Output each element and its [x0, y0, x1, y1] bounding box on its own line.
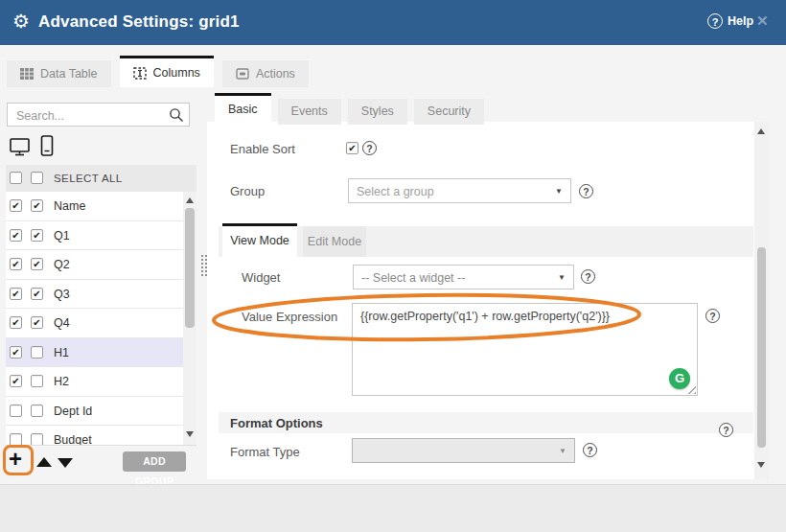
scroll-up-icon[interactable]: [757, 128, 765, 134]
select-all-label: SELECT ALL: [54, 173, 123, 184]
tab-columns[interactable]: Columns: [120, 56, 214, 87]
group-select[interactable]: Select a group ▼: [348, 178, 571, 203]
enable-sort-label: Enable Sort: [230, 142, 295, 156]
move-down-button[interactable]: [58, 458, 73, 468]
caret-down-icon: ▼: [558, 273, 566, 282]
value-expression-input[interactable]: {{row.getProperty('q1') + row.getPropert…: [352, 303, 698, 396]
column-row-name[interactable]: ✔✔Name: [6, 192, 196, 221]
device-column-header: [10, 135, 54, 160]
desktop-visibility-checkbox[interactable]: ✔: [10, 199, 22, 212]
tab-label: Columns: [153, 66, 200, 80]
widget-select-value: -- Select a widget --: [361, 271, 465, 285]
desktop-visibility-checkbox[interactable]: [10, 433, 22, 446]
caret-down-icon: ▼: [555, 187, 563, 196]
desktop-visibility-checkbox[interactable]: ✔: [10, 288, 22, 300]
column-label: Q3: [54, 288, 70, 301]
actions-icon: [236, 68, 249, 80]
help-label: Help: [728, 14, 753, 28]
scroll-down-icon[interactable]: [186, 431, 194, 437]
tab-label: Actions: [256, 67, 295, 81]
mobile-visibility-checkbox[interactable]: [31, 405, 43, 417]
column-row-dept-id[interactable]: Dept Id: [6, 397, 196, 427]
dialog-footer: CANCEL SAVE: [0, 484, 786, 532]
desktop-icon: [10, 138, 31, 160]
scroll-down-icon[interactable]: [757, 462, 765, 468]
format-type-select[interactable]: ▼: [352, 438, 575, 463]
column-list-scrollbar[interactable]: [183, 192, 196, 445]
enable-sort-help-icon[interactable]: ?: [362, 141, 377, 155]
columns-icon: [133, 67, 147, 80]
caret-down-icon: ▼: [559, 447, 566, 455]
widget-label: Widget: [242, 270, 280, 285]
desktop-visibility-checkbox[interactable]: [10, 405, 22, 417]
column-row-q3[interactable]: ✔✔Q3: [6, 280, 196, 310]
scroll-up-icon[interactable]: [186, 197, 194, 203]
format-type-label: Format Type: [230, 445, 300, 459]
tab-view-mode[interactable]: View Mode: [222, 223, 297, 257]
tab-data-table[interactable]: Data Table: [7, 60, 111, 87]
column-label: H1: [54, 346, 69, 359]
column-label: Name: [54, 199, 85, 213]
mobile-visibility-checkbox[interactable]: ✔: [31, 199, 43, 212]
column-label: Budget: [54, 433, 92, 446]
grammarly-icon[interactable]: G: [669, 368, 690, 389]
search-input[interactable]: [14, 105, 162, 126]
move-up-button[interactable]: [36, 457, 52, 467]
format-options-help-icon[interactable]: ?: [719, 423, 733, 437]
select-all-desktop-checkbox[interactable]: [10, 172, 22, 184]
select-all-row[interactable]: SELECT ALL: [6, 165, 196, 192]
column-row-budget[interactable]: Budget: [6, 426, 196, 446]
search-icon[interactable]: [169, 107, 184, 127]
column-label: Q1: [54, 229, 70, 243]
group-help-icon[interactable]: ?: [579, 184, 593, 198]
format-type-help-icon[interactable]: ?: [583, 443, 597, 457]
select-all-mobile-checkbox[interactable]: [31, 172, 43, 184]
tab-label: Data Table: [40, 67, 98, 81]
column-row-h1[interactable]: ✔H1: [6, 338, 196, 368]
value-expression-label: Value Expression: [242, 310, 337, 324]
group-select-value: Select a group: [357, 185, 434, 198]
settings-scrollbar[interactable]: [754, 122, 769, 479]
add-column-button[interactable]: +: [9, 448, 22, 471]
help-question-icon: ?: [707, 13, 723, 29]
help-button[interactable]: ? Help: [707, 13, 753, 29]
group-label: Group: [230, 184, 265, 198]
mobile-visibility-checkbox[interactable]: [31, 375, 43, 387]
mobile-visibility-checkbox[interactable]: ✔: [31, 229, 43, 242]
scrollbar-thumb[interactable]: [757, 247, 766, 448]
widget-select[interactable]: -- Select a widget -- ▼: [353, 265, 574, 289]
mobile-visibility-checkbox[interactable]: [31, 433, 43, 446]
column-row-h2[interactable]: ✔H2: [6, 367, 196, 397]
widget-help-icon[interactable]: ?: [581, 269, 595, 284]
tab-actions[interactable]: Actions: [222, 60, 309, 87]
tab-styles[interactable]: Styles: [348, 99, 407, 125]
mobile-visibility-checkbox[interactable]: ✔: [31, 258, 43, 270]
tab-basic[interactable]: Basic: [215, 93, 271, 125]
mobile-icon: [40, 135, 54, 160]
mobile-visibility-checkbox[interactable]: ✔: [31, 316, 43, 329]
tab-edit-mode[interactable]: Edit Mode: [303, 226, 366, 257]
desktop-visibility-checkbox[interactable]: ✔: [10, 258, 22, 270]
column-row-q4[interactable]: ✔✔Q4: [6, 309, 196, 338]
column-label: Dept Id: [54, 405, 92, 418]
column-label: H2: [54, 375, 69, 388]
add-group-button[interactable]: ADD GROUP: [123, 451, 186, 472]
tab-events[interactable]: Events: [278, 99, 341, 125]
main-tab-bar: Data Table Columns Actions: [7, 56, 309, 87]
advanced-settings-dialog: ⚙ Advanced Settings: grid1 ? Help ✕ Data…: [0, 0, 786, 532]
column-row-q1[interactable]: ✔✔Q1: [6, 221, 196, 251]
desktop-visibility-checkbox[interactable]: ✔: [10, 375, 22, 387]
desktop-visibility-checkbox[interactable]: ✔: [10, 229, 22, 242]
scrollbar-thumb[interactable]: [185, 208, 195, 328]
dialog-title: Advanced Settings: grid1: [38, 12, 240, 32]
value-expression-help-icon[interactable]: ?: [705, 309, 720, 323]
column-row-q2[interactable]: ✔✔Q2: [6, 250, 196, 280]
tab-security[interactable]: Security: [414, 99, 484, 125]
desktop-visibility-checkbox[interactable]: ✔: [10, 346, 22, 359]
column-list: ✔✔Name✔✔Q1✔✔Q2✔✔Q3✔✔Q4✔H1✔H2Dept IdBudge…: [6, 192, 196, 446]
desktop-visibility-checkbox[interactable]: ✔: [10, 316, 22, 329]
close-icon[interactable]: ✕: [756, 12, 769, 30]
mobile-visibility-checkbox[interactable]: [31, 346, 43, 359]
mobile-visibility-checkbox[interactable]: ✔: [31, 288, 43, 300]
enable-sort-checkbox[interactable]: ✔: [346, 142, 358, 154]
